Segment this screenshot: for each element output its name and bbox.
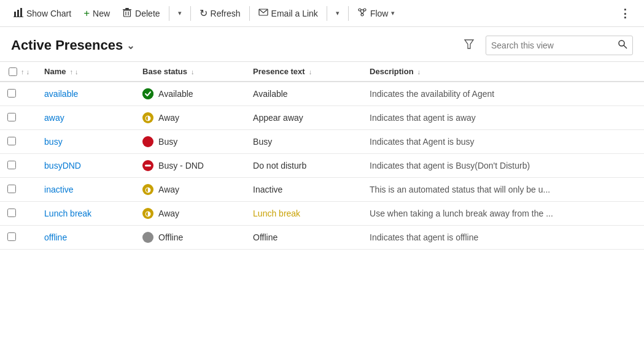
chevron-down-icon-1: ▾ [178, 9, 182, 17]
refresh-button[interactable]: ↻ Refresh [193, 4, 247, 22]
row-name-link-2[interactable]: busy [44, 137, 63, 147]
svg-rect-5 [123, 9, 131, 10]
description-text-3: Indicates that agent is Busy(Don't Distu… [370, 161, 530, 170]
status-cell-1: ◑Away [142, 112, 238, 123]
refresh-icon: ↻ [200, 7, 208, 19]
svg-line-14 [360, 11, 362, 14]
separator-5 [348, 6, 349, 21]
svg-point-12 [361, 13, 363, 16]
title-chevron-icon[interactable]: ⌄ [126, 40, 134, 52]
flow-label: Flow [370, 9, 389, 18]
row-name-link-0[interactable]: available [44, 89, 78, 99]
search-input[interactable] [486, 37, 613, 53]
row-checkbox-0[interactable] [7, 89, 16, 98]
description-text-1: Indicates that agent is away [370, 113, 476, 123]
more-icon: ⋮ [619, 7, 630, 20]
table-row: offlineOfflineOfflineIndicates that agen… [0, 226, 644, 250]
svg-text:◑: ◑ [145, 186, 151, 193]
base-status-text-0: Available [158, 89, 193, 99]
select-all-checkbox[interactable] [9, 67, 17, 76]
status-dot-3 [142, 160, 153, 171]
table-row: busyDNDBusy - DNDDo not disturbIndicates… [0, 154, 644, 178]
email-link-button[interactable]: Email a Link [252, 4, 324, 22]
dropdown-arrow-1[interactable]: ▾ [172, 6, 188, 20]
status-dot-5: ◑ [142, 208, 153, 219]
col-presence-text: Presence text ↓ [246, 62, 362, 82]
separator-4 [327, 6, 327, 21]
col-base-status-label: Base status [142, 67, 187, 76]
table-header: ↑ ↓ Name ↑ ↓ Base status ↓ Presence text… [0, 62, 644, 82]
row-checkbox-2[interactable] [7, 137, 16, 145]
dropdown-arrow-2[interactable]: ▾ [330, 6, 346, 20]
presence-text-1: Appear away [253, 113, 303, 123]
separator-1 [169, 6, 169, 21]
status-cell-4: ◑Away [142, 184, 238, 195]
new-icon: + [83, 7, 90, 20]
status-cell-6: Offline [142, 232, 238, 243]
row-name-link-1[interactable]: away [44, 113, 64, 123]
chevron-down-icon-2: ▾ [336, 9, 339, 17]
svg-line-18 [624, 45, 627, 48]
col-check: ↑ ↓ [0, 62, 37, 82]
view-title-text: Active Presences [11, 37, 123, 53]
row-name-link-3[interactable]: busyDND [44, 161, 81, 170]
row-checkbox-4[interactable] [7, 185, 16, 193]
base-status-text-2: Busy [158, 137, 177, 147]
search-button[interactable] [613, 36, 632, 55]
name-sort-icons[interactable]: ↑ ↓ [21, 68, 29, 75]
delete-icon [122, 7, 132, 19]
col-description: Description ↓ [362, 62, 644, 82]
status-dot-4: ◑ [142, 184, 153, 195]
flow-chevron-icon: ▾ [391, 9, 395, 17]
row-checkbox-1[interactable] [7, 113, 16, 121]
refresh-label: Refresh [211, 9, 241, 18]
table-row: availableAvailableAvailableIndicates the… [0, 82, 644, 106]
svg-rect-2 [20, 8, 22, 17]
status-dot-2 [142, 136, 153, 147]
email-icon [258, 7, 268, 19]
view-title: Active Presences ⌄ [11, 37, 134, 53]
flow-button[interactable]: Flow ▾ [351, 4, 402, 22]
row-checkbox-3[interactable] [7, 161, 16, 169]
svg-point-22 [142, 136, 153, 147]
description-text-4: This is an automated status that will on… [370, 185, 550, 194]
base-status-text-6: Offline [158, 232, 183, 242]
status-dot-1: ◑ [142, 112, 153, 123]
table-row: Lunch break◑AwayLunch breakUse when taki… [0, 202, 644, 226]
table-body: availableAvailableAvailableIndicates the… [0, 82, 644, 250]
svg-rect-24 [145, 165, 151, 167]
search-icon [618, 40, 627, 51]
row-name-link-6[interactable]: offline [44, 232, 67, 242]
svg-marker-16 [465, 40, 473, 48]
row-checkbox-5[interactable] [7, 209, 16, 217]
header-actions [459, 36, 633, 55]
flow-icon [357, 7, 367, 19]
description-text-5: Use when taking a lunch break away from … [370, 209, 553, 218]
show-chart-button[interactable]: Show Chart [7, 4, 77, 23]
row-name-link-5[interactable]: Lunch break [44, 209, 91, 218]
col-base-status: Base status ↓ [135, 62, 246, 82]
view-header: Active Presences ⌄ [0, 27, 644, 62]
base-status-text-3: Busy - DND [158, 161, 204, 170]
more-options-button[interactable]: ⋮ [613, 4, 637, 23]
filter-button[interactable] [459, 36, 479, 55]
separator-3 [249, 6, 250, 21]
delete-button[interactable]: Delete [116, 4, 166, 22]
separator-2 [190, 6, 191, 21]
col-name-label: Name [44, 67, 66, 76]
table-row: busyBusyBusyIndicates that Agent is busy [0, 130, 644, 154]
col-presence-text-label: Presence text [253, 67, 305, 76]
chart-icon [14, 7, 23, 20]
new-button[interactable]: + New [77, 4, 116, 23]
delete-label: Delete [135, 9, 160, 18]
svg-point-29 [142, 232, 153, 243]
row-checkbox-6[interactable] [7, 232, 16, 241]
table-row: inactive◑AwayInactiveThis is an automate… [0, 178, 644, 202]
toolbar: Show Chart + New Delete ▾ ↻ Refresh [0, 0, 644, 27]
svg-text:◑: ◑ [145, 210, 151, 217]
status-cell-0: Available [142, 88, 238, 99]
svg-rect-0 [14, 12, 16, 17]
row-name-link-4[interactable]: inactive [44, 185, 73, 194]
description-text-0: Indicates the availability of Agent [370, 89, 494, 99]
base-status-text-5: Away [158, 209, 179, 218]
